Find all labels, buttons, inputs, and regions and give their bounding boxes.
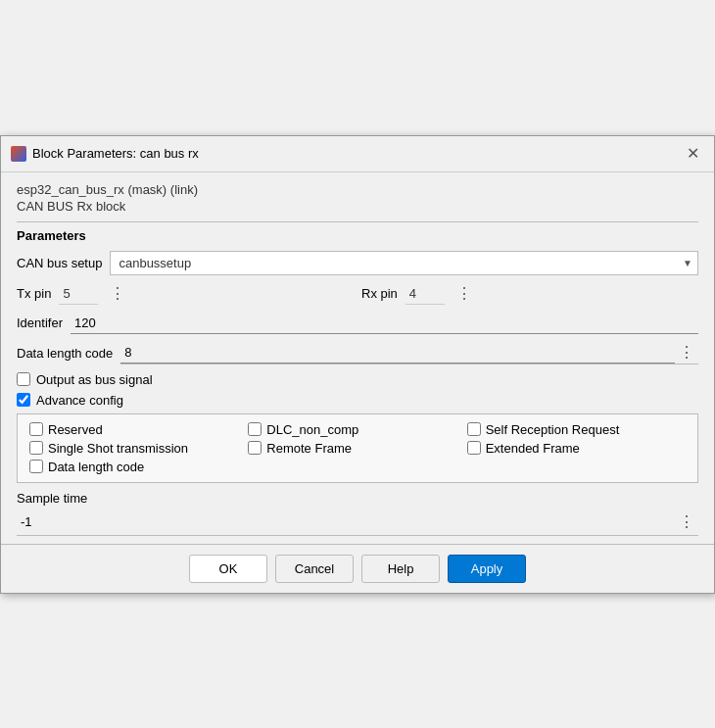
remote-frame-checkbox[interactable] [248, 441, 262, 455]
subtitle2: CAN BUS Rx block [17, 199, 698, 214]
data-length-row: Data length code ⋮ [17, 342, 698, 364]
section-parameters: Parameters [17, 228, 698, 243]
rx-pin-label: Rx pin [361, 286, 398, 301]
data-length-adv-checkbox[interactable] [29, 460, 43, 473]
rx-pin-dots-button[interactable]: ⋮ [453, 284, 476, 304]
self-reception-row: Self Reception Request [467, 422, 686, 437]
single-shot-row: Single Shot transmission [29, 441, 248, 456]
dialog-body: esp32_can_bus_rx (mask) (link) CAN BUS R… [1, 172, 714, 536]
data-length-input[interactable] [120, 342, 675, 364]
can-bus-setup-select[interactable]: canbussetup [110, 251, 698, 275]
data-length-wrapper: ⋮ [120, 342, 698, 364]
output-bus-row: Output as bus signal [17, 372, 698, 387]
close-button[interactable]: ✕ [681, 142, 704, 166]
advance-config-box: Reserved DLC_non_comp Self Reception Req… [17, 413, 698, 483]
reserved-label: Reserved [48, 422, 103, 437]
remote-frame-label: Remote Frame [266, 441, 352, 456]
ok-button[interactable]: OK [189, 555, 267, 583]
dialog-title: Block Parameters: can bus rx [32, 146, 199, 161]
extended-frame-label: Extended Frame [486, 441, 580, 456]
sample-time-section: Sample time ⋮ [17, 491, 698, 536]
advance-config-row: Advance config [17, 393, 698, 408]
advance-config-checkbox[interactable] [17, 393, 30, 407]
rx-pin-value: 4 [405, 283, 445, 305]
dlc-non-comp-checkbox[interactable] [248, 422, 262, 436]
tx-pin-group: Tx pin 5 ⋮ [17, 283, 354, 305]
tx-pin-label: Tx pin [17, 286, 51, 301]
reserved-checkbox[interactable] [29, 422, 43, 436]
title-bar: Block Parameters: can bus rx ✕ [1, 136, 714, 172]
sample-time-dots-button[interactable]: ⋮ [675, 512, 698, 532]
identifier-row: Identifer [17, 313, 698, 334]
title-bar-left: Block Parameters: can bus rx [11, 146, 199, 162]
data-length-adv-row: Data length code [29, 460, 248, 474]
pin-row: Tx pin 5 ⋮ Rx pin 4 ⋮ [17, 283, 698, 305]
self-reception-label: Self Reception Request [486, 422, 620, 437]
extended-frame-checkbox[interactable] [467, 441, 481, 455]
data-length-label: Data length code [17, 346, 113, 361]
subtitle1: esp32_can_bus_rx (mask) (link) [17, 182, 698, 197]
single-shot-label: Single Shot transmission [48, 441, 188, 456]
output-bus-checkbox[interactable] [17, 372, 30, 386]
rx-pin-group: Rx pin 4 ⋮ [361, 283, 698, 305]
remote-frame-row: Remote Frame [248, 441, 466, 456]
identifier-label: Identifer [17, 315, 63, 330]
data-length-adv-label: Data length code [48, 460, 144, 474]
can-bus-setup-row: CAN bus setup canbussetup ▼ [17, 251, 698, 275]
data-length-dots-button[interactable]: ⋮ [675, 343, 698, 363]
apply-button[interactable]: Apply [448, 555, 526, 583]
tx-pin-dots-button[interactable]: ⋮ [106, 284, 129, 304]
output-bus-label: Output as bus signal [36, 372, 153, 387]
help-button[interactable]: Help [361, 555, 440, 583]
extended-frame-row: Extended Frame [467, 441, 686, 456]
divider-top [17, 221, 698, 222]
sample-time-wrapper: ⋮ [17, 510, 698, 536]
sample-time-label: Sample time [17, 491, 698, 506]
advance-grid: Reserved DLC_non_comp Self Reception Req… [29, 422, 686, 474]
app-icon [11, 146, 26, 162]
single-shot-checkbox[interactable] [29, 441, 43, 455]
button-bar: OK Cancel Help Apply [1, 544, 714, 593]
can-bus-setup-wrapper: canbussetup ▼ [110, 251, 698, 275]
advance-config-label[interactable]: Advance config [36, 393, 123, 408]
identifier-input[interactable] [71, 313, 698, 334]
self-reception-checkbox[interactable] [467, 422, 481, 436]
can-bus-setup-label: CAN bus setup [17, 256, 102, 270]
dlc-non-comp-label: DLC_non_comp [266, 422, 358, 437]
dialog-window: Block Parameters: can bus rx ✕ esp32_can… [0, 135, 715, 594]
tx-pin-value: 5 [59, 283, 98, 305]
reserved-row: Reserved [29, 422, 248, 437]
dlc-non-comp-row: DLC_non_comp [248, 422, 466, 437]
cancel-button[interactable]: Cancel [275, 555, 354, 583]
sample-time-input[interactable] [17, 512, 675, 531]
